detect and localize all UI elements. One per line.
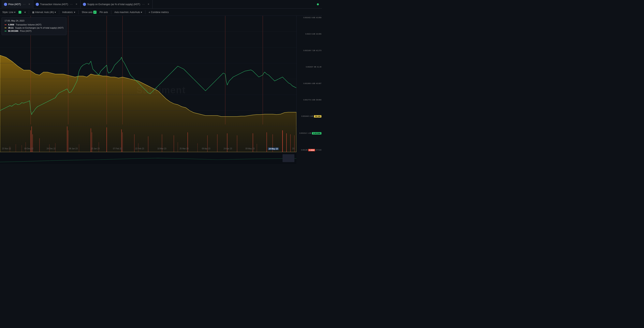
y-left-4: 0.001906 [303, 82, 311, 84]
y-axis-right: 0.002432 9.6B 43.858 0.0023 8.4B 43.065 … [296, 16, 322, 152]
chevron-down-icon-4: ▾ [74, 11, 75, 14]
y-level-7: 0.001512 1.2B 0.001586 [296, 132, 322, 134]
mini-chart[interactable] [0, 152, 296, 164]
price-color-indicator [4, 31, 6, 31]
y-right-4: 40.687 [316, 82, 322, 84]
tooltip-price-label: Price (HOT) [20, 30, 32, 32]
style-selector[interactable]: Style: Line ▾ [2, 11, 16, 14]
y-level-8: 0.00138 0.96M 37.515 [296, 149, 322, 151]
interval-selector[interactable]: ▦ Interval: Auto (4h) ▾ [32, 11, 56, 14]
y-level-1: 0.0023 8.4B 43.065 [296, 33, 322, 35]
y-right-2: 42.273 [316, 50, 322, 52]
tooltip-row-supply: 39.11 Supply on Exchanges (as % of total… [4, 27, 64, 29]
show-axis-checkbox[interactable]: ✓ [93, 11, 96, 14]
mini-chart-scroll-handle[interactable] [282, 154, 294, 162]
connection-status-dot [317, 3, 319, 5]
tooltip-supply-label: Supply on Exchanges (as % of total suppl… [15, 27, 64, 29]
combine-metrics-btn[interactable]: + Combine metrics [148, 11, 169, 14]
tab-price-close[interactable]: ✕ [28, 3, 31, 6]
y-level-0: 0.002432 9.6B 43.858 [296, 16, 322, 18]
chevron-down-icon-3: ▾ [55, 11, 56, 14]
tooltip-supply-value: 39.11 [8, 27, 14, 29]
y-mid-4: 4.8B [312, 82, 315, 84]
tab-supply-hot[interactable]: Supply on Exchanges (as % of total suppl… [80, 0, 152, 9]
y-left-0: 0.002432 [303, 16, 311, 18]
y-level-4: 0.001906 4.8B 40.687 [296, 82, 322, 84]
tabs-bar: Price (HOT) ⋯ ✕ Transaction Volume (HOT)… [0, 0, 322, 9]
y-mid-7: 1.2B [308, 132, 311, 134]
y-left-2: 0.002169 [303, 50, 311, 52]
plus-icon: + [148, 11, 150, 14]
y-right-0: 43.858 [316, 16, 322, 18]
y-mid-1: 8.4B [312, 33, 315, 35]
interval-label: Interval: Auto (4h) [35, 11, 54, 14]
x-label-7: 10 Mar 23 [158, 148, 166, 150]
divider-2 [59, 10, 59, 14]
y-left-8: 0.00138 [301, 149, 308, 151]
tab-supply-hot-label: Supply on Exchanges (as % of total suppl… [87, 3, 140, 6]
x-label-8: 25 Mar 23 [180, 148, 188, 150]
divider-4 [111, 10, 111, 14]
x-label-13: 23 [292, 148, 294, 150]
x-label-6: 22 Feb 23 [135, 148, 144, 150]
y-level-6: 0.001643 2.4B 39.106 [296, 115, 322, 118]
indicators-label: Indicators: [62, 11, 73, 14]
y-right-3: 41.48 [317, 66, 322, 68]
tab-price-hot[interactable]: Price (HOT) ⋯ ✕ [2, 0, 33, 9]
y-mid-0: 9.6B [312, 16, 315, 18]
chevron-down-icon: ▾ [14, 11, 16, 14]
tab-txvol-menu[interactable]: ⋯ [69, 3, 74, 6]
y-mid-2: 7.2B [312, 50, 315, 52]
y-mid-3: 6B [314, 66, 316, 68]
x-label-1: 09 Dec 22 [24, 148, 33, 150]
tooltip-vol-value: 4.96M [8, 24, 14, 26]
tab-price-menu[interactable]: ⋯ [22, 3, 26, 6]
price-current-badge: 0.001586 [312, 132, 322, 134]
divider-5 [145, 10, 146, 14]
color-swatch[interactable] [18, 11, 21, 14]
indicators-selector[interactable]: Indicators: ▾ [62, 11, 75, 14]
eth-icon [4, 3, 7, 6]
y-right-5: 39.894 [316, 99, 322, 101]
combine-metrics-label: Combine metrics [151, 11, 169, 14]
chart-container: Santiment [0, 16, 322, 164]
color-dropdown[interactable]: ▾ [24, 11, 26, 14]
y-left-3: 0.002037 [306, 66, 313, 68]
x-label-10: 24 Apr 23 [224, 148, 232, 150]
x-label-2: 24 Dec 22 [46, 148, 56, 150]
mini-chart-svg [0, 152, 296, 164]
y-level-3: 0.002037 6B 41.48 [296, 66, 322, 68]
show-axis-toggle[interactable]: Show axis ✓ [82, 11, 96, 14]
pin-axis-btn[interactable]: Pin axis [100, 11, 108, 14]
supply-color-indicator [4, 28, 6, 28]
eth-icon-2 [36, 3, 39, 6]
tab-txvol-close[interactable]: ✕ [75, 3, 78, 6]
toolbar: Style: Line ▾ ▾ ▦ Interval: Auto (4h) ▾ … [0, 9, 322, 16]
main-chart-svg [0, 16, 296, 152]
tooltip-date: 17:00, May 24, 2023 [4, 20, 64, 22]
x-label-3: 08 Jan 23 [69, 148, 78, 150]
chevron-down-icon-5: ▾ [141, 11, 142, 14]
y-mid-5: 3.6B [312, 99, 315, 101]
grid-icon: ▦ [32, 11, 34, 14]
supply-price-badge: 39.106 [314, 115, 322, 118]
x-label-5: 07 Feb 23 [113, 148, 122, 150]
tab-supply-menu[interactable]: ⋯ [141, 3, 146, 6]
pin-axis-label: Pin axis [100, 11, 108, 14]
vol-color-indicator [4, 24, 6, 25]
chart-tooltip: 17:00, May 24, 2023 4.96M Transaction Vo… [2, 17, 66, 35]
x-label-current: 24 May 23 [268, 148, 279, 150]
axis-maxmin-selector[interactable]: Axis max/min: Auto/Auto ▾ [114, 11, 142, 14]
tab-price-hot-label: Price (HOT) [8, 3, 21, 6]
x-label-0: 23 Nov 22 [2, 148, 11, 150]
divider-3 [78, 10, 78, 14]
y-level-2: 0.002169 7.2B 42.273 [296, 50, 322, 52]
tooltip-price-value: $0.001586 [8, 30, 18, 32]
tab-txvol-hot[interactable]: Transaction Volume (HOT) ⋯ ✕ [33, 0, 80, 9]
tab-supply-close[interactable]: ✕ [147, 3, 150, 6]
vol-current-badge: 0.96M [308, 149, 315, 151]
show-axis-label: Show axis [82, 11, 92, 14]
chevron-down-icon-2: ▾ [24, 11, 26, 14]
x-label-11: 09 May 23 [246, 148, 255, 150]
style-label: Style: Line [2, 11, 14, 14]
